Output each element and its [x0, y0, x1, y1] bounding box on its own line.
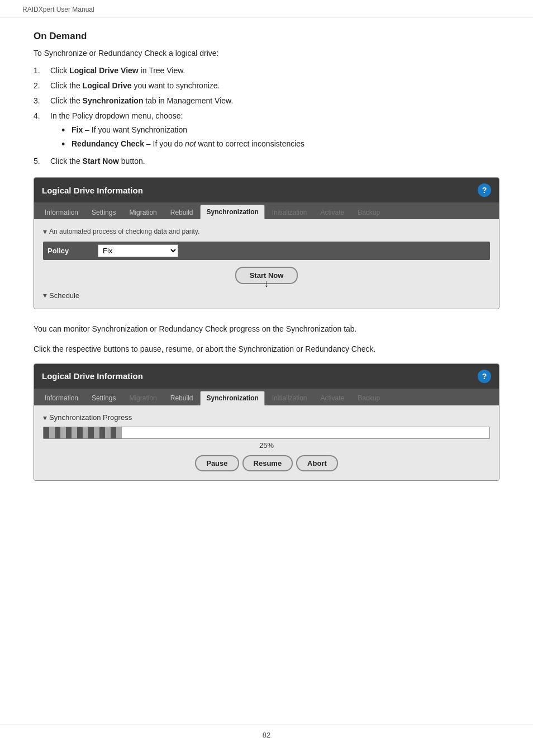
- progress-bar-container: [43, 427, 490, 439]
- step1-bold: Logical Drive View: [69, 66, 138, 75]
- panel1-help-button[interactable]: ?: [478, 183, 491, 197]
- tab2-synchronization[interactable]: Synchronization: [200, 391, 264, 405]
- panel2-header: Logical Drive Information ?: [34, 364, 499, 389]
- step5-bold: Start Now: [83, 157, 119, 166]
- progress-section-title: ▾ Synchronization Progress: [43, 413, 490, 422]
- arrow-indicator: ↓: [264, 278, 269, 290]
- tab1-migration[interactable]: Migration: [123, 205, 163, 219]
- tab2-information[interactable]: Information: [39, 391, 84, 405]
- abort-button[interactable]: Abort: [296, 455, 338, 471]
- step2-bold: Logical Drive: [83, 81, 132, 90]
- tab2-activate: Activate: [315, 391, 351, 405]
- step-4: 4. In the Policy dropdown menu, choose: …: [34, 110, 499, 152]
- tab1-activate: Activate: [315, 205, 351, 219]
- page-header: RAIDXpert User Manual: [0, 0, 533, 17]
- manual-title: RAIDXpert User Manual: [22, 6, 94, 13]
- panel1-header: Logical Drive Information ?: [34, 178, 499, 202]
- panel2-body: ▾ Synchronization Progress: [34, 405, 499, 480]
- panel2-help-button[interactable]: ?: [478, 370, 491, 383]
- tab2-initialization: Initialization: [266, 391, 313, 405]
- tab1-rebuild[interactable]: Rebuild: [164, 205, 199, 219]
- policy-select[interactable]: Fix Redundancy Check: [98, 244, 178, 257]
- progress-bar-fill: [44, 427, 155, 438]
- page-footer: 82: [0, 725, 533, 745]
- para1: You can monitor Synchronization or Redun…: [34, 323, 499, 335]
- tab1-initialization: Initialization: [266, 205, 313, 219]
- action-buttons-row: Pause Resume Abort: [43, 455, 490, 471]
- tab1-backup: Backup: [351, 205, 386, 219]
- bullet-fix: • Fix – If you want Synchronization: [61, 124, 499, 136]
- tab1-information[interactable]: Information: [39, 205, 84, 219]
- step3-bold: Synchronization: [83, 96, 144, 105]
- resume-button[interactable]: Resume: [242, 455, 293, 471]
- pause-button[interactable]: Pause: [195, 455, 239, 471]
- schedule-row: ▾ Schedule: [43, 291, 490, 300]
- schedule-checkmark-icon: ▾: [43, 291, 47, 300]
- step-2: 2. Click the Logical Drive you want to s…: [34, 80, 499, 92]
- tab2-migration: Migration: [123, 391, 163, 405]
- panel2-tabs: Information Settings Migration Rebuild S…: [34, 389, 499, 405]
- section-title: On Demand: [34, 31, 499, 42]
- panel2: Logical Drive Information ? Information …: [34, 363, 499, 481]
- panel1-tabs: Information Settings Migration Rebuild S…: [34, 202, 499, 219]
- progress-percent: 25%: [43, 441, 490, 450]
- policy-row: Policy Fix Redundancy Check: [43, 242, 490, 260]
- checkmark-icon: ▾: [43, 227, 47, 236]
- para2: Click the respective buttons to pause, r…: [34, 343, 499, 355]
- step-3: 3. Click the Synchronization tab in Mana…: [34, 95, 499, 107]
- tab2-settings[interactable]: Settings: [85, 391, 122, 405]
- progress-checkmark-icon: ▾: [43, 413, 47, 422]
- start-now-row: Start Now ↓: [43, 267, 490, 284]
- panel1-body: ▾ An automated process of checking data …: [34, 219, 499, 309]
- schedule-label: Schedule: [49, 291, 79, 300]
- panel1-note: ▾ An automated process of checking data …: [43, 227, 490, 236]
- tab2-rebuild[interactable]: Rebuild: [164, 391, 199, 405]
- page-number: 82: [263, 731, 270, 739]
- tab1-synchronization[interactable]: Synchronization: [200, 205, 264, 219]
- panel1: Logical Drive Information ? Information …: [34, 177, 499, 309]
- step-1: 1. Click Logical Drive View in Tree View…: [34, 65, 499, 77]
- bullet-redundancy: • Redundancy Check – If you do not want …: [61, 138, 499, 150]
- panel1-title: Logical Drive Information: [42, 186, 143, 195]
- intro-text: To Synchronize or Redundancy Check a log…: [34, 48, 499, 59]
- tab2-backup: Backup: [351, 391, 386, 405]
- step-5: 5. Click the Start Now button.: [34, 155, 499, 167]
- policy-label: Policy: [47, 247, 98, 255]
- tab1-settings[interactable]: Settings: [85, 205, 122, 219]
- panel2-title: Logical Drive Information: [42, 371, 143, 381]
